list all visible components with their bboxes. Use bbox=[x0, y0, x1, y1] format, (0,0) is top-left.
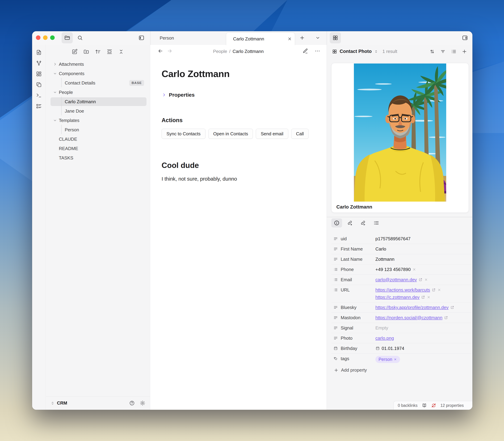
property-text-value[interactable]: Carlo bbox=[375, 246, 386, 252]
contact-card[interactable]: Carlo Zottmann bbox=[331, 63, 469, 213]
more-options-button[interactable] bbox=[314, 48, 320, 54]
new-note-button[interactable] bbox=[71, 48, 78, 55]
grid-view-button[interactable] bbox=[330, 32, 341, 43]
action-button-send-email[interactable]: Send email bbox=[256, 129, 288, 139]
properties-list-button[interactable] bbox=[451, 49, 456, 54]
property-label[interactable]: Signal bbox=[341, 325, 375, 331]
tag-pill[interactable]: Person bbox=[375, 356, 400, 363]
note-content[interactable]: Carlo Zottmann Properties Actions Sync t… bbox=[150, 58, 327, 410]
new-folder-button[interactable] bbox=[83, 48, 89, 55]
breadcrumb-folder[interactable]: People bbox=[213, 49, 227, 54]
properties-count[interactable]: 12 properties bbox=[440, 403, 464, 408]
property-row-mastodon[interactable]: Mastodonhttps://norden.social/@czottmann bbox=[331, 313, 471, 323]
help-button[interactable] bbox=[129, 400, 135, 406]
fold-notes-button[interactable] bbox=[106, 48, 113, 55]
tree-item-jane-doe[interactable]: Jane Doe bbox=[50, 107, 146, 115]
toggle-left-sidebar-button[interactable] bbox=[136, 32, 147, 43]
property-label[interactable]: Bluesky bbox=[341, 305, 375, 310]
property-text-value[interactable]: p1757589567647 bbox=[375, 236, 410, 241]
property-row-last-name[interactable]: Last NameZottmann bbox=[331, 254, 471, 264]
settings-button[interactable] bbox=[140, 400, 146, 406]
property-label[interactable]: Mastodon bbox=[341, 315, 375, 320]
tree-item-contact-details[interactable]: Contact DetailsBASE bbox=[50, 79, 146, 87]
property-row-birthday[interactable]: Birthday01.01.1974 bbox=[331, 343, 471, 354]
property-row-email[interactable]: Emailcarlo@zottmann.dev bbox=[331, 275, 471, 285]
close-tab-button[interactable] bbox=[287, 36, 292, 41]
tree-item-people[interactable]: People bbox=[50, 88, 146, 97]
property-label[interactable]: First Name bbox=[341, 246, 375, 252]
property-label[interactable]: Birthday bbox=[341, 346, 375, 351]
tree-item-components[interactable]: Components bbox=[50, 69, 146, 78]
base-view-title[interactable]: Contact Photo bbox=[340, 49, 372, 54]
sort-order-button[interactable] bbox=[95, 48, 101, 55]
ribbon-git-fork-button[interactable] bbox=[32, 58, 46, 68]
property-link[interactable]: https://actions.work/barcuts bbox=[375, 287, 430, 293]
add-property-button[interactable]: Add property bbox=[334, 367, 367, 373]
tree-item-claude[interactable]: CLAUDE bbox=[50, 135, 146, 143]
ribbon-terminal-button[interactable] bbox=[32, 90, 46, 101]
property-label[interactable]: URL bbox=[341, 287, 375, 293]
zoom-window-button[interactable] bbox=[50, 35, 55, 40]
edit-mode-button[interactable] bbox=[302, 48, 308, 54]
tree-item-attachments[interactable]: Attachments bbox=[50, 60, 146, 68]
sync-off-icon[interactable] bbox=[431, 403, 436, 408]
property-link[interactable]: carlo.png bbox=[375, 335, 394, 341]
vault-name[interactable]: CRM bbox=[57, 400, 67, 406]
forward-button[interactable] bbox=[167, 48, 173, 54]
property-label[interactable]: uid bbox=[341, 236, 375, 241]
ribbon-layout-dashboard-button[interactable] bbox=[32, 68, 46, 79]
action-button-sync-to-contacts[interactable]: Sync to Contacts bbox=[162, 129, 206, 139]
property-row-url[interactable]: URLhttps://actions.work/barcutshttps://c… bbox=[331, 285, 471, 302]
ribbon-file-search-button[interactable] bbox=[32, 47, 46, 58]
property-row-signal[interactable]: SignalEmpty bbox=[331, 323, 471, 333]
properties-collapse-toggle[interactable]: Properties bbox=[162, 92, 315, 98]
action-button-open-in-contacts[interactable]: Open in Contacts bbox=[209, 129, 253, 139]
search-button[interactable] bbox=[74, 32, 86, 43]
property-text-value[interactable]: +49 123 4567890 bbox=[375, 267, 411, 272]
vault-switch-icon[interactable] bbox=[50, 401, 55, 405]
property-link[interactable]: https://bsky.app/profile/zottmann.dev bbox=[375, 305, 449, 310]
property-link[interactable]: https://norden.social/@czottmann bbox=[375, 315, 442, 320]
add-view-button[interactable] bbox=[462, 49, 467, 54]
detail-tab-outgoing-links[interactable] bbox=[344, 219, 355, 227]
property-date-value[interactable]: 01.01.1974 bbox=[382, 346, 404, 351]
view-select-icon[interactable] bbox=[374, 49, 378, 54]
minimize-window-button[interactable] bbox=[43, 35, 48, 40]
property-text-value[interactable]: Zottmann bbox=[375, 257, 394, 262]
toggle-right-sidebar-button[interactable] bbox=[459, 32, 471, 43]
files-view-button[interactable] bbox=[62, 32, 73, 43]
property-link[interactable]: carlo@zottmann.dev bbox=[375, 277, 417, 283]
property-label[interactable]: Email bbox=[341, 277, 375, 283]
breadcrumb-current[interactable]: Carlo Zottmann bbox=[233, 49, 264, 54]
action-button-call[interactable]: Call bbox=[291, 129, 309, 139]
property-link[interactable]: https://c.zottmann.dev bbox=[375, 295, 420, 300]
tab-person[interactable]: Person bbox=[154, 31, 212, 45]
close-window-button[interactable] bbox=[36, 35, 40, 40]
detail-tab-list[interactable] bbox=[371, 219, 382, 227]
property-row-bluesky[interactable]: Blueskyhttps://bsky.app/profile/zottmann… bbox=[331, 302, 471, 313]
tree-item-tasks[interactable]: TASKS bbox=[50, 154, 146, 162]
tree-item-readme[interactable]: README bbox=[50, 144, 146, 153]
property-empty-placeholder[interactable]: Empty bbox=[375, 325, 388, 331]
tree-item-carlo-zottmann[interactable]: Carlo Zottmann bbox=[50, 97, 146, 106]
property-row-first-name[interactable]: First NameCarlo bbox=[331, 244, 471, 254]
tab-list-button[interactable] bbox=[312, 32, 323, 43]
property-label[interactable]: tags bbox=[341, 356, 375, 361]
property-row-tags[interactable]: tagsPerson bbox=[331, 354, 471, 365]
tree-item-templates[interactable]: Templates bbox=[50, 116, 146, 125]
back-button[interactable] bbox=[157, 48, 163, 54]
property-label[interactable]: Phone bbox=[341, 267, 375, 272]
tab-carlo-zottmann[interactable]: Carlo Zottmann bbox=[226, 32, 295, 45]
property-row-phone[interactable]: Phone+49 123 4567890 bbox=[331, 264, 471, 275]
detail-tab-incoming-links[interactable] bbox=[358, 219, 368, 227]
sort-button[interactable] bbox=[429, 49, 435, 54]
new-tab-button[interactable] bbox=[297, 32, 308, 43]
ribbon-copy-files-button[interactable] bbox=[32, 79, 46, 90]
property-row-uid[interactable]: uidp1757589567647 bbox=[331, 234, 471, 244]
collapse-all-button[interactable] bbox=[118, 48, 124, 55]
property-row-photo[interactable]: Photocarlo.png bbox=[331, 333, 471, 343]
property-label[interactable]: Last Name bbox=[341, 256, 375, 262]
reading-mode-button[interactable] bbox=[422, 403, 427, 408]
backlinks-count[interactable]: 0 backlinks bbox=[398, 403, 418, 408]
filter-button[interactable] bbox=[440, 49, 446, 54]
